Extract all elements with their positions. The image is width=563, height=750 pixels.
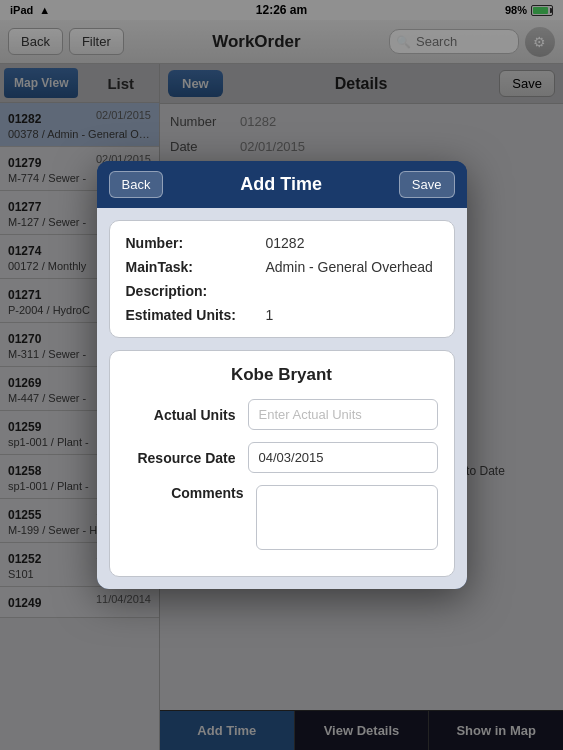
comments-input[interactable]	[256, 485, 438, 550]
info-maintask-value: Admin - General Overhead	[266, 259, 433, 275]
resource-date-label: Resource Date	[126, 450, 248, 466]
form-card: Kobe Bryant Actual Units Resource Date C…	[109, 350, 455, 577]
info-estimated-row: Estimated Units: 1	[126, 307, 438, 323]
actual-units-input[interactable]	[248, 399, 438, 430]
info-number-row: Number: 01282	[126, 235, 438, 251]
resource-date-row: Resource Date	[126, 442, 438, 473]
info-maintask-row: MainTask: Admin - General Overhead	[126, 259, 438, 275]
info-description-row: Description:	[126, 283, 438, 299]
modal-body: Number: 01282 MainTask: Admin - General …	[97, 208, 467, 589]
actual-units-row: Actual Units	[126, 399, 438, 430]
modal-back-button[interactable]: Back	[109, 171, 164, 198]
info-maintask-label: MainTask:	[126, 259, 266, 275]
info-card: Number: 01282 MainTask: Admin - General …	[109, 220, 455, 338]
comments-row: Comments	[126, 485, 438, 550]
info-estimated-value: 1	[266, 307, 274, 323]
modal-save-button[interactable]: Save	[399, 171, 455, 198]
comments-label: Comments	[126, 485, 256, 501]
modal-title: Add Time	[163, 174, 398, 195]
add-time-modal: Back Add Time Save Number: 01282 MainTas…	[97, 161, 467, 589]
resource-date-input[interactable]	[248, 442, 438, 473]
info-number-label: Number:	[126, 235, 266, 251]
info-description-label: Description:	[126, 283, 266, 299]
modal-overlay: Back Add Time Save Number: 01282 MainTas…	[0, 0, 563, 750]
modal-header: Back Add Time Save	[97, 161, 467, 208]
info-number-value: 01282	[266, 235, 305, 251]
actual-units-label: Actual Units	[126, 407, 248, 423]
info-estimated-label: Estimated Units:	[126, 307, 266, 323]
person-name: Kobe Bryant	[126, 365, 438, 385]
